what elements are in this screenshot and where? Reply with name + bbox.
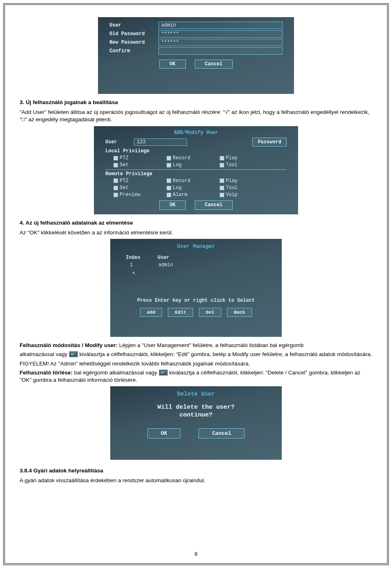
- dialog-title: Delete User: [114, 390, 278, 398]
- label-old-password: Old Password: [109, 31, 154, 37]
- priv-item[interactable]: Tool: [220, 185, 256, 191]
- checkbox-icon: [220, 178, 224, 183]
- input-old-password[interactable]: ******: [158, 30, 283, 38]
- paragraph-4: Az "OK" klikkelését követően a az inform…: [20, 229, 372, 236]
- priv-item[interactable]: Record: [167, 178, 203, 184]
- paragraph-delete-user: Felhasználó törlése: bal egérgomb alkalm…: [20, 369, 372, 384]
- heading-4: 4. Az új felhasználó adatainak az elment…: [20, 219, 372, 227]
- priv-item[interactable]: Voip: [220, 191, 256, 198]
- del-button[interactable]: Del: [199, 308, 221, 317]
- priv-item[interactable]: Log: [167, 162, 203, 168]
- confirm-message-2: continue?: [114, 412, 278, 419]
- modify-user-lead: Felhasználó módosítás / Modify user:: [20, 342, 118, 348]
- label-confirm: Confirm: [109, 48, 154, 54]
- checkbox-icon: [220, 163, 224, 167]
- table-row[interactable]: 1 admin: [130, 262, 262, 268]
- priv-item[interactable]: Set: [114, 162, 150, 168]
- priv-item[interactable]: Alarm: [167, 191, 203, 198]
- text-after-icon: kiválasztja a célfelhasználót, klikkelje…: [78, 351, 372, 357]
- checkbox-icon: [167, 156, 171, 160]
- screenshot-delete-user: Delete User Will delete the user? contin…: [110, 386, 282, 460]
- checkbox-icon: [167, 178, 171, 183]
- page-number: 8: [5, 551, 387, 557]
- ok-button[interactable]: OK: [147, 428, 181, 439]
- cancel-button[interactable]: Cancel: [198, 428, 245, 439]
- dialog-title: User Manager: [114, 243, 278, 250]
- checkbox-icon: [114, 163, 118, 167]
- checkbox-icon: [114, 186, 118, 190]
- divider: [105, 169, 287, 170]
- checkbox-icon: [220, 156, 224, 160]
- priv-item[interactable]: Tool: [220, 162, 256, 168]
- label-new-password: New Password: [109, 39, 154, 46]
- page-content: User admin Old Password ****** New Passw…: [20, 17, 372, 485]
- delete-user-text-a: bal egérgomb alkalmazással vagy: [73, 370, 159, 376]
- password-button[interactable]: Password: [252, 138, 287, 147]
- delete-user-lead: Felhasználó törlése:: [20, 370, 73, 376]
- cancel-button[interactable]: Cancel: [195, 200, 233, 209]
- checkbox-icon: [114, 156, 118, 160]
- paragraph-modify-user-2: alkalmazással vagy kiválasztja a célfelh…: [20, 351, 372, 358]
- col-index: Index: [126, 254, 146, 261]
- hint-text: Press Enter key or right click to Select: [114, 297, 278, 304]
- paragraph-3: "Add User" felületen állítsa az új operá…: [20, 109, 372, 123]
- heading-3: 3. Új felhasználó jogainak a beállítása: [20, 99, 372, 106]
- remote-privilege-heading: Remote Privilege: [105, 171, 287, 177]
- screenshot-password-form: User admin Old Password ****** New Passw…: [98, 17, 294, 94]
- checkbox-icon: [114, 178, 118, 183]
- cancel-button[interactable]: Cancel: [195, 60, 233, 69]
- label-user: User: [105, 139, 130, 145]
- input-user[interactable]: admin: [158, 22, 283, 29]
- add-button[interactable]: Add: [140, 308, 163, 317]
- text-before-icon: alkalmazással vagy: [20, 351, 69, 357]
- paragraph-modify-user-3: FIGYELEM! Az "Admin" lehetőséggel rendel…: [20, 360, 372, 367]
- checkbox-icon: [114, 193, 118, 197]
- enter-key-icon: [69, 351, 78, 357]
- enter-key-icon: [159, 370, 168, 376]
- paragraph-modify-user: Felhasználó módosítás / Modify user: Lép…: [20, 342, 372, 349]
- priv-item[interactable]: Play: [220, 178, 256, 184]
- ok-button[interactable]: OK: [159, 60, 185, 69]
- dialog-title: ADD/Modify User: [97, 129, 295, 136]
- priv-item[interactable]: Log: [167, 185, 203, 191]
- label-user: User: [109, 22, 154, 29]
- checkbox-icon: [167, 186, 171, 190]
- back-button[interactable]: Back: [227, 308, 252, 317]
- screenshot-user-manager: User Manager Index User 1 admin ↖ Press …: [110, 239, 282, 337]
- confirm-message-1: Will delete the user?: [114, 404, 278, 412]
- local-privilege-heading: Local Privilege: [105, 148, 287, 154]
- page-frame: User admin Old Password ****** New Passw…: [3, 3, 389, 565]
- heading-384: 3.8.4 Gyári adatok helyreállítása: [20, 467, 372, 474]
- checkbox-icon: [220, 186, 224, 190]
- cell-user: admin: [158, 262, 173, 268]
- col-user: User: [158, 254, 169, 261]
- edit-button[interactable]: Edit: [168, 308, 193, 317]
- priv-item[interactable]: PTZ: [114, 155, 150, 161]
- input-confirm[interactable]: [158, 47, 283, 55]
- priv-item[interactable]: Record: [167, 155, 203, 161]
- checkbox-icon: [167, 163, 171, 167]
- priv-item[interactable]: Preview: [114, 191, 150, 198]
- priv-item[interactable]: Set: [114, 185, 150, 191]
- ok-button[interactable]: OK: [159, 200, 185, 209]
- input-new-password[interactable]: ******: [158, 39, 283, 46]
- checkbox-icon: [220, 193, 224, 197]
- cell-index: 1: [130, 262, 142, 268]
- modify-user-rest: Lépjen a "User Management" felületre, a …: [118, 342, 303, 348]
- cursor-icon: ↖: [132, 269, 278, 277]
- screenshot-add-modify-user: ADD/Modify User User 123 Password Local …: [94, 126, 298, 214]
- paragraph-384: A gyári adatok visszaállítása érdekében …: [20, 477, 372, 484]
- priv-item[interactable]: PTZ: [114, 178, 150, 184]
- input-user[interactable]: 123: [134, 138, 187, 146]
- priv-item[interactable]: Play: [220, 155, 256, 161]
- checkbox-icon: [167, 193, 171, 197]
